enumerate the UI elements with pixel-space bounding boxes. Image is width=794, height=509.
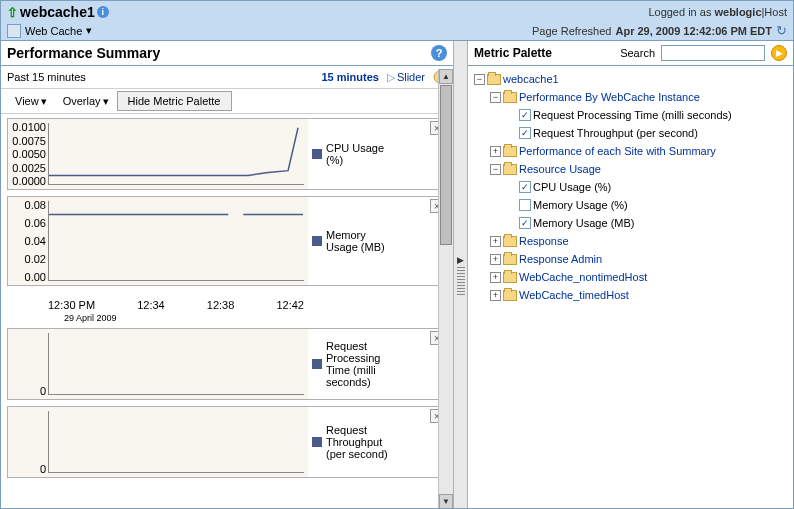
legend-color-icon	[312, 149, 322, 159]
checkbox[interactable]: ✓	[519, 181, 531, 193]
breadcrumb[interactable]: Web Cache ▾	[7, 24, 92, 38]
collapse-icon[interactable]: −	[490, 92, 501, 103]
folder-icon	[503, 236, 517, 247]
expand-icon[interactable]: +	[490, 254, 501, 265]
tree-metric[interactable]: ✓Memory Usage (MB)	[506, 214, 787, 232]
search-go-button[interactable]: ▶	[771, 45, 787, 61]
login-info: Logged in as weblogic|Host	[648, 6, 787, 18]
refresh-timestamp: Apr 29, 2009 12:42:06 PM EDT	[615, 25, 772, 37]
metric-chart: × 0 Request Throughput (per second)	[7, 406, 447, 478]
folder-icon	[503, 146, 517, 157]
tree-root[interactable]: −webcache1	[474, 70, 787, 88]
tree-folder[interactable]: +Response	[490, 232, 787, 250]
tree-folder[interactable]: −Resource Usage	[490, 160, 787, 178]
play-icon: ▷	[387, 71, 395, 84]
chart-legend: Memory Usage (MB)	[308, 197, 403, 285]
page-header: ⇧ webcache1 i Logged in as weblogic|Host…	[1, 1, 793, 41]
tree-metric[interactable]: ✓Request Processing Time (milli seconds)	[506, 106, 787, 124]
breadcrumb-label: Web Cache	[25, 25, 82, 37]
y-axis-labels: 0.080.060.040.020.00	[10, 197, 46, 285]
checkbox[interactable]: ✓	[519, 127, 531, 139]
perf-title: Performance Summary	[7, 45, 160, 61]
chevron-down-icon: ▾	[41, 95, 47, 108]
view-menu[interactable]: View▾	[7, 92, 55, 111]
tree-folder[interactable]: +WebCache_timedHost	[490, 286, 787, 304]
y-axis-labels: 0	[10, 407, 46, 477]
tree-folder[interactable]: −Performance By WebCache Instance	[490, 88, 787, 106]
metric-chart: × 0 Request Processing Time (milli secon…	[7, 328, 447, 400]
checkbox[interactable]: ✓	[519, 217, 531, 229]
hide-palette-button[interactable]: Hide Metric Palette	[117, 91, 232, 111]
chevron-down-icon: ▾	[86, 24, 92, 37]
folder-icon	[503, 164, 517, 175]
collapse-icon[interactable]: −	[474, 74, 485, 85]
slider-button[interactable]: ▷ Slider	[387, 71, 425, 84]
help-icon[interactable]: ?	[431, 45, 447, 61]
component-menu-icon[interactable]	[7, 24, 21, 38]
refresh-icon[interactable]: ↻	[776, 23, 787, 38]
checkbox[interactable]: ✓	[519, 109, 531, 121]
expand-icon[interactable]: +	[490, 146, 501, 157]
resize-handle-icon[interactable]	[457, 267, 465, 297]
page-title: webcache1	[20, 4, 95, 20]
folder-icon	[487, 74, 501, 85]
metric-tree: −webcache1−Performance By WebCache Insta…	[468, 66, 793, 308]
metric-chart: × 0.01000.00750.00500.00250.0000 CPU Usa…	[7, 118, 447, 190]
chart-legend: CPU Usage (%)	[308, 119, 403, 189]
tree-folder[interactable]: +WebCache_nontimedHost	[490, 268, 787, 286]
folder-icon	[503, 254, 517, 265]
expand-icon[interactable]: +	[490, 236, 501, 247]
scrollbar[interactable]: ▲ ▼	[438, 69, 453, 509]
metric-palette-panel: Metric Palette Search ▶ −webcache1−Perfo…	[468, 41, 793, 509]
chart-legend: Request Processing Time (milli seconds)	[308, 329, 403, 399]
collapse-right-icon[interactable]: ▶	[457, 255, 464, 265]
tree-metric[interactable]: ✓CPU Usage (%)	[506, 178, 787, 196]
tree-metric[interactable]: Memory Usage (%)	[506, 196, 787, 214]
legend-color-icon	[312, 437, 322, 447]
y-axis-labels: 0.01000.00750.00500.00250.0000	[10, 119, 46, 189]
duration-link[interactable]: 15 minutes	[321, 71, 378, 83]
chevron-down-icon: ▾	[103, 95, 109, 108]
status-up-icon: ⇧	[7, 5, 18, 20]
chart-toolbar: View▾ Overlay▾ Hide Metric Palette	[1, 88, 453, 114]
y-axis-labels: 0	[10, 329, 46, 399]
tree-folder[interactable]: +Response Admin	[490, 250, 787, 268]
legend-color-icon	[312, 236, 322, 246]
folder-icon	[503, 272, 517, 283]
search-label: Search	[620, 47, 655, 59]
performance-panel: Performance Summary ? Past 15 minutes 15…	[1, 41, 453, 509]
refresh-label: Page Refreshed	[532, 25, 612, 37]
legend-color-icon	[312, 359, 322, 369]
collapse-icon[interactable]: −	[490, 164, 501, 175]
folder-icon	[503, 92, 517, 103]
expand-icon[interactable]: +	[490, 290, 501, 301]
info-icon[interactable]: i	[97, 6, 109, 18]
scroll-thumb[interactable]	[440, 85, 452, 245]
charts-container: × 0.01000.00750.00500.00250.0000 CPU Usa…	[1, 114, 453, 494]
tree-folder[interactable]: +Performance of each Site with Summary	[490, 142, 787, 160]
tree-metric[interactable]: ✓Request Throughput (per second)	[506, 124, 787, 142]
search-input[interactable]	[661, 45, 765, 61]
overlay-menu[interactable]: Overlay▾	[55, 92, 117, 111]
metric-chart: × 0.080.060.040.020.00 12:30 PM12:3412:3…	[7, 196, 447, 286]
folder-icon	[503, 290, 517, 301]
palette-title: Metric Palette	[474, 46, 552, 60]
panel-divider[interactable]: ▶	[453, 41, 468, 509]
chart-legend: Request Throughput (per second)	[308, 407, 403, 477]
scroll-down-icon[interactable]: ▼	[439, 494, 453, 509]
past-range-label: Past 15 minutes	[7, 71, 86, 83]
scroll-up-icon[interactable]: ▲	[439, 69, 453, 84]
expand-icon[interactable]: +	[490, 272, 501, 283]
checkbox[interactable]	[519, 199, 531, 211]
